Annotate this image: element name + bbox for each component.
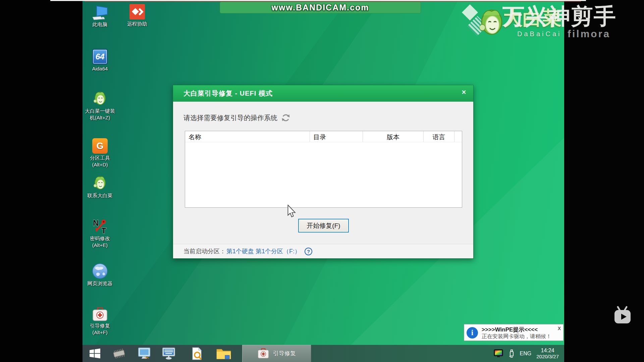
desktop-icon-dabaicai-install[interactable]: 大白菜一键装 机(Alt+Z)	[81, 91, 119, 121]
taskbar-task-boot-repair[interactable]: 引导修复	[242, 345, 311, 362]
icon-label: 分区工具	[81, 155, 119, 161]
column-header-version[interactable]: 版本	[363, 131, 424, 142]
desktop-icon-aida64[interactable]: 64 Aida64	[81, 48, 119, 72]
tv-play-watermark-icon	[613, 305, 633, 325]
left-letterbox-bar	[0, 0, 83, 362]
icon-label: 大白菜一键装	[81, 108, 119, 114]
boot-partition-label: 当前启动分区：	[183, 247, 226, 255]
icon-label: 引导修复	[81, 322, 119, 329]
bandicam-watermark: www.BANDICAM.com	[220, 2, 421, 13]
task-label: 引导修复	[273, 350, 296, 357]
taskbar-icon-onscreen-keyboard[interactable]	[160, 345, 178, 362]
desktop-icon-contact-dabaicai[interactable]: 联系大白菜	[81, 175, 119, 199]
diskgenius-icon: G	[92, 138, 108, 154]
clock-date: 2020/3/27	[536, 354, 559, 359]
svg-text:N: N	[93, 219, 99, 227]
start-button[interactable]	[86, 345, 104, 362]
table-header-row: 名称 目录 版本 语言	[185, 131, 462, 142]
boot-partition-value-link[interactable]: 第1个硬盘 第1个分区（F:）	[226, 247, 301, 255]
globe-icon	[92, 263, 108, 279]
cabbage-mascot-icon	[92, 175, 108, 191]
memory-chip-icon	[111, 348, 127, 359]
taskbar-icon-memory-chip[interactable]	[110, 345, 128, 362]
icon-label: (Alt+F)	[81, 329, 119, 336]
icon-label: (Alt+D)	[81, 161, 119, 168]
taskbar-icon-search-viewer[interactable]	[188, 345, 206, 362]
first-aid-kit-icon	[92, 307, 108, 321]
computer-icon	[92, 5, 108, 20]
filmora-en-watermark: filmora	[568, 28, 610, 40]
icon-label: 机(Alt+Z)	[81, 114, 119, 121]
notification-message: 正在安装网卡驱动，请稍候！	[482, 333, 551, 340]
clock-time: 14:24	[536, 348, 559, 354]
taskbar-icon-screen-capture[interactable]: ✂	[136, 345, 154, 362]
taskbar-icon-file-explorer[interactable]	[215, 345, 233, 362]
icon-label: (Alt+E)	[81, 242, 119, 249]
winpe-notification: i >>>>WinPE提示<<<< X 正在安装网卡驱动，请稍候！	[464, 324, 564, 341]
mouse-cursor	[287, 205, 297, 218]
column-header-spacer	[454, 131, 462, 142]
os-list-table[interactable]: 名称 目录 版本 语言	[185, 131, 462, 208]
language-indicator[interactable]: ENG	[520, 351, 532, 357]
aida64-icon: 64	[92, 49, 108, 64]
table-empty-body	[185, 142, 462, 208]
svg-text:T: T	[101, 226, 106, 234]
cabbage-mascot-icon	[480, 7, 503, 38]
svg-text:✂: ✂	[145, 355, 149, 360]
desktop-icon-partition-tool[interactable]: G 分区工具 (Alt+D)	[81, 138, 119, 168]
display-settings-icon[interactable]	[494, 349, 503, 358]
column-header-name[interactable]: 名称	[185, 131, 310, 142]
bandicam-url-text: www.BANDICAM.com	[272, 3, 369, 12]
nt-password-key-icon: N T	[92, 219, 108, 234]
taskbar: ✂	[83, 345, 564, 362]
dialog-prompt-row: 请选择需要修复引导的操作系统	[183, 113, 291, 123]
desktop-icon-web-browser[interactable]: 网页浏览器	[81, 263, 119, 287]
prompt-text: 请选择需要修复引导的操作系统	[183, 113, 277, 122]
system-tray: ENG 14:24 2020/3/27	[494, 345, 564, 362]
column-header-language[interactable]: 语言	[424, 131, 454, 142]
screen: www.BANDICAM.com 大白菜 DaBaiCai 万兴神剪手 film…	[0, 0, 644, 362]
column-header-directory[interactable]: 目录	[310, 131, 363, 142]
boot-repair-dialog: 大白菜引导修复 - UEFI 模式 × 请选择需要修复引导的操作系统 名称 目录…	[173, 85, 474, 259]
filmora-cn-watermark: 万兴神剪手	[502, 1, 616, 32]
monitor-scissors-icon: ✂	[137, 347, 152, 360]
info-icon: i	[467, 327, 478, 339]
desktop-icon-password-reset[interactable]: N T 密码修改 (Alt+E)	[81, 218, 119, 249]
icon-label: Aida64	[81, 65, 119, 72]
cabbage-mascot-icon	[92, 91, 108, 107]
close-icon[interactable]: ×	[459, 88, 469, 97]
desktop-icon-this-pc[interactable]: 此电脑	[81, 4, 119, 28]
windows-logo-icon	[89, 348, 101, 359]
usb-device-icon[interactable]	[508, 349, 515, 358]
remote-assist-icon	[129, 4, 145, 19]
dialog-title: 大白菜引导修复 - UEFI 模式	[173, 85, 473, 102]
refresh-icon[interactable]	[281, 113, 291, 123]
icon-label: 联系大白菜	[81, 192, 119, 199]
document-magnifier-icon	[190, 347, 204, 360]
icon-label: 远程协助	[118, 20, 156, 27]
icon-label: 密码修改	[81, 235, 119, 242]
first-aid-kit-icon	[258, 348, 269, 359]
icon-label: 网页浏览器	[81, 280, 119, 287]
start-repair-button[interactable]: 开始修复(F)	[298, 219, 349, 232]
icon-label: 此电脑	[81, 21, 119, 28]
desktop-icon-remote-assist[interactable]: 远程协助	[118, 3, 156, 27]
help-icon[interactable]: ?	[305, 248, 312, 255]
folder-icon	[216, 348, 231, 360]
monitor-keyboard-icon	[161, 347, 176, 360]
notification-close-icon[interactable]: X	[558, 326, 561, 331]
dialog-footer: 当前启动分区： 第1个硬盘 第1个分区（F:） ?	[173, 244, 473, 258]
desktop-icon-boot-repair[interactable]: 引导修复 (Alt+F)	[81, 305, 119, 336]
taskbar-clock[interactable]: 14:24 2020/3/27	[536, 348, 559, 359]
notification-title: >>>>WinPE提示<<<<	[482, 326, 538, 333]
